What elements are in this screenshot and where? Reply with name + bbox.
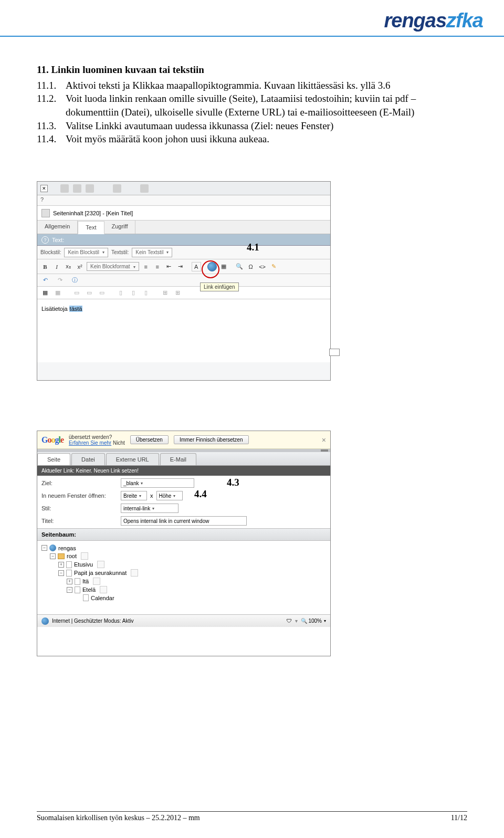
blockformat-select[interactable]: Kein Blockformat▾ (87, 262, 139, 271)
save-close-icon[interactable] (86, 184, 94, 193)
selected-text: tästä (69, 306, 83, 312)
undo-button[interactable]: ↶ (40, 276, 50, 285)
page-icon (75, 586, 80, 593)
action-icon[interactable] (97, 561, 104, 568)
tree-node[interactable]: − Papit ja seurakunnat (41, 569, 326, 577)
tab-externe-url[interactable]: Externe URL (106, 453, 159, 465)
close-icon[interactable]: ✕ (40, 185, 48, 192)
textstil-select[interactable]: Kein Textstil▾ (132, 248, 172, 257)
tree-node[interactable]: Calendar (41, 594, 326, 602)
table-button[interactable]: ▦ (40, 288, 50, 298)
tab-datei[interactable]: Datei (71, 453, 105, 465)
row-before-button[interactable]: ▭ (72, 288, 81, 298)
list-unordered-button[interactable]: ≡ (153, 262, 162, 271)
breite-select[interactable]: Breite (121, 491, 147, 500)
tab-zugriff[interactable]: Zugriff (104, 221, 136, 234)
close-icon[interactable]: × (322, 436, 326, 444)
save-icon[interactable] (60, 184, 69, 193)
tree-node[interactable]: − Etelä (41, 585, 326, 594)
subscript-button[interactable]: x₂ (64, 262, 73, 271)
save-view-icon[interactable] (73, 184, 81, 193)
italic-button[interactable]: I (52, 262, 61, 271)
site-icon (49, 544, 56, 551)
collapse-icon[interactable]: − (58, 570, 64, 576)
current-link-status: Aktueller Link: Keiner. Neuen Link setze… (37, 466, 330, 476)
expand-icon[interactable]: + (58, 562, 64, 568)
tree-node[interactable]: + Etusivu (41, 560, 326, 569)
tab-text[interactable]: Text (78, 221, 104, 234)
always-translate-button[interactable]: Immer Finnisch übersetzen (174, 435, 249, 444)
outdent-button[interactable]: ⇤ (164, 262, 174, 271)
find-button[interactable]: 🔍 (235, 262, 244, 271)
action-icon[interactable] (131, 569, 138, 577)
special-char-button[interactable]: Ω (246, 262, 256, 271)
indent-button[interactable]: ⇥ (176, 262, 185, 271)
row-after-button[interactable]: ▭ (85, 288, 94, 298)
blockstil-select[interactable]: Kein Blockstil▾ (64, 248, 108, 257)
cell-split-button[interactable]: ⊞ (160, 288, 170, 298)
link-form: Ziel: _blank In neuem Fenster öffnen: Br… (37, 476, 330, 528)
page-icon (75, 578, 80, 585)
content-title-bar: Seiteninhalt [2320] - [Kein Titel] (37, 206, 330, 221)
tree-node[interactable]: − rengas (41, 544, 326, 552)
help-icon[interactable]: ? (40, 196, 44, 203)
undo-toolbar: ↶ ↷ ⓘ (37, 274, 330, 287)
col-after-button[interactable]: ▯ (129, 288, 138, 298)
image-button[interactable]: ▦ (219, 262, 228, 271)
zoom-control[interactable]: 🔍100%▾ (301, 618, 326, 624)
brand-logo: rengaszfka (384, 9, 483, 32)
row-delete-button[interactable]: ▭ (97, 288, 107, 298)
bold-button[interactable]: B (40, 262, 50, 271)
rich-text-editor[interactable]: Lisätietoja tästä (37, 299, 330, 362)
clear-button[interactable]: ✎ (269, 262, 279, 271)
list-item: 11.2. Voit luoda linkin renkaan omille s… (37, 92, 467, 119)
action-icon[interactable] (81, 552, 88, 560)
ziel-select[interactable]: _blank (121, 478, 194, 488)
undo-icon[interactable] (140, 184, 149, 193)
collapse-icon[interactable]: − (41, 545, 47, 551)
main-content: 11. Linkin luominen kuvaan tai tekstiin … (37, 63, 467, 146)
table-props-button[interactable]: ▦ (53, 288, 62, 298)
google-translate-bar: Google übersetzt werden? Erfahren Sie me… (37, 431, 330, 449)
tree-node[interactable]: − root (41, 552, 326, 560)
stil-select[interactable]: internal-link (121, 504, 178, 513)
page-icon (66, 570, 72, 577)
titel-input[interactable]: Opens internal link in current window (121, 516, 247, 526)
collapse-icon[interactable]: − (50, 553, 56, 559)
tab-email[interactable]: E-Mail (160, 453, 196, 465)
scroll-indicator (321, 449, 328, 452)
collapse-icon[interactable]: − (67, 587, 72, 593)
protected-mode-icon: 🛡 (287, 618, 292, 624)
tab-seite[interactable]: Seite (37, 453, 70, 465)
annotation-4-3: 4.3 (227, 477, 239, 488)
hohe-select[interactable]: Höhe (156, 491, 183, 500)
list-item: 11.1. Aktivoi teksti ja Klikkaa maapallo… (37, 79, 467, 92)
info-button[interactable]: ⓘ (70, 276, 79, 285)
action-icon[interactable] (100, 586, 107, 593)
translate-button[interactable]: Übersetzen (130, 435, 169, 444)
side-handle-icon (329, 349, 340, 356)
tree-node[interactable]: + Itä (41, 577, 326, 585)
content-tabs: Allgemein Text Zugriff (37, 221, 330, 234)
expand-icon[interactable]: + (67, 579, 72, 584)
list-ordered-button[interactable]: ≡ (141, 262, 151, 271)
char-a-button[interactable]: A (192, 262, 201, 271)
superscript-button[interactable]: x² (75, 262, 85, 271)
help-row: ? (37, 195, 330, 206)
delete-icon[interactable] (113, 184, 121, 193)
page-number: 11/12 (451, 814, 467, 822)
tab-allgemein[interactable]: Allgemein (37, 221, 78, 234)
redo-button[interactable]: ↷ (55, 276, 65, 285)
action-icon[interactable] (93, 578, 100, 585)
calendar-page-icon (83, 594, 89, 601)
col-before-button[interactable]: ▯ (116, 288, 125, 298)
code-button[interactable]: <> (258, 262, 267, 271)
text-section-header: ? Text: (37, 234, 330, 246)
link-type-tabs: Seite Datei Externe URL E-Mail (37, 452, 330, 466)
help-icon[interactable]: ? (41, 236, 49, 244)
annotation-4-4: 4.4 (194, 488, 207, 500)
cell-merge-button[interactable]: ⊞ (173, 288, 182, 298)
table-toolbar: ▦ ▦ ▭ ▭ ▭ ▯ ▯ ▯ ⊞ ⊞ (37, 287, 330, 299)
learn-more-link[interactable]: Erfahren Sie mehr (69, 440, 111, 446)
col-delete-button[interactable]: ▯ (141, 288, 151, 298)
